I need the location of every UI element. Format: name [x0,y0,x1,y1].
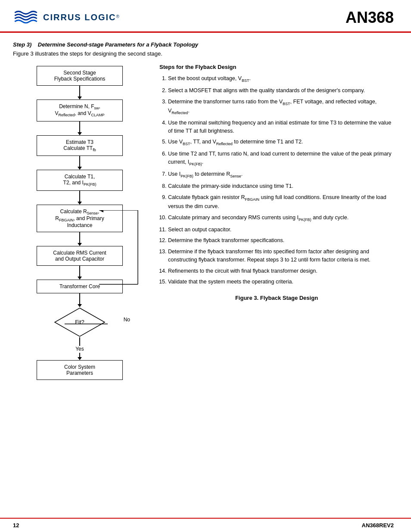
list-item: Calculate the primary-side inductance us… [168,182,394,190]
fc-arrow-2 [78,121,82,135]
main-layout: Second StageFlyback Specifications Deter… [13,64,394,380]
svg-marker-6 [99,210,103,212]
footer: 12 AN368REV2 [0,518,411,532]
fit-yes-section: Yes [75,337,84,360]
list-item: Set the boost output voltage, VBST. [168,75,394,84]
list-item: Validate that the system meets the opera… [168,278,394,286]
doc-number: AN368 [346,9,394,27]
step-subtext: Figure 3 illustrates the steps for desig… [13,50,394,57]
list-item: Select a MOSFET that aligns with the qua… [168,87,394,95]
list-item: Determine if the flyback transformer fit… [168,248,394,264]
cirrus-logic-logo-icon [13,8,39,27]
page: CIRRUS LOGIC® AN368 Step 3) Determine Se… [0,0,411,532]
list-item: Use time T2 and TT, turns ratio N, and l… [168,150,394,167]
fc-box-2: Determine N, Fsw,VReflected, and VCLAMP [37,100,123,121]
fc-box-1: Second StageFlyback Specifications [37,66,123,86]
fc-arrow-4 [78,191,82,205]
fc-arrow-7 [78,293,82,307]
list-item: Use the nominal switching frequency and … [168,119,394,135]
list-item: Calculate primary and secondary RMS curr… [168,214,394,223]
list-item: Determine the transformer turns ratio fr… [168,98,394,116]
list-item: Select an output capacitor. [168,226,394,234]
steps-list: Set the boost output voltage, VBST. Sele… [159,75,394,286]
list-item: Use VBST, TT, and VReflected to determin… [168,138,394,147]
fc-box-3: Estimate T3Calculate TTfb [37,135,123,156]
fc-no-feedback-svg [99,210,146,417]
fc-arrow-1 [78,86,82,100]
list-item: Determine the flyback transformer specif… [168,236,394,245]
fc-arrow-3 [78,156,82,170]
footer-page-number: 12 [13,522,19,529]
fc-box-4: Calculate T1,T2, and IPK(FB) [37,170,123,190]
content: Step 3) Determine Second-stage Parameter… [0,33,411,389]
list-item: Refinements to the circuit with final fl… [168,267,394,275]
steps-area: Steps for the Flyback Design Set the boo… [159,64,394,301]
logo-area: CIRRUS LOGIC® [13,8,119,27]
fc-arrow-5 [78,232,82,246]
fit-yes-label: Yes [75,346,84,352]
figure-caption: Figure 3. Flyback Stage Design [159,295,394,301]
step-heading: Step 3) Determine Second-stage Parameter… [13,41,394,48]
list-item: Calculate flyback gain resistor RFBGAIN … [168,193,394,211]
steps-heading: Steps for the Flyback Design [159,64,394,70]
flowchart: Second StageFlyback Specifications Deter… [13,64,146,380]
list-item: Use IPK(FB) to determine RSense. [168,170,394,179]
header: CIRRUS LOGIC® AN368 [0,0,411,33]
footer-doc-rev: AN368REV2 [362,522,394,529]
fc-arrow-6 [78,266,82,280]
logo-text: CIRRUS LOGIC® [43,12,119,22]
